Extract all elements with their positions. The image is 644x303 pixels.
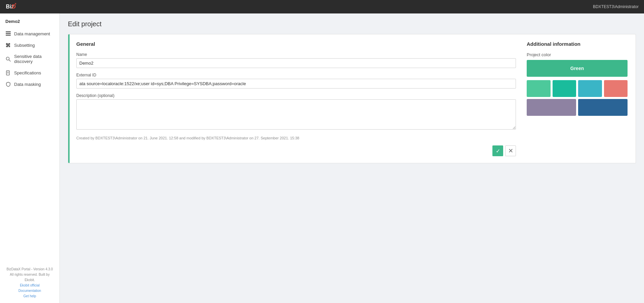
sidebar-item-data-masking[interactable]: Data masking: [0, 78, 59, 90]
external-id-group: External ID: [76, 73, 516, 89]
general-section-title: General: [76, 41, 516, 47]
sidebar-label-data-masking: Data masking: [14, 82, 41, 87]
additional-info-title: Additional information: [527, 41, 628, 47]
color-label: Project color: [527, 52, 628, 57]
name-label: Name: [76, 52, 516, 57]
book-icon: [5, 70, 11, 75]
name-group: Name: [76, 52, 516, 68]
svg-rect-4: [6, 33, 11, 34]
brand-logo: Biz D ×: [5, 1, 16, 12]
content-area: Edit project General Name External ID: [60, 13, 644, 303]
project-name: Demo2: [0, 16, 59, 28]
edit-sidebar: Additional information Project color Gre…: [527, 41, 628, 116]
sidebar-label-subsetting: Subsetting: [14, 43, 35, 48]
navbar-user: BDXTEST3\Administrator: [593, 4, 639, 9]
description-group: Description (optional): [76, 93, 516, 131]
external-id-label: External ID: [76, 73, 516, 77]
sidebar-footer: BizDataX Portal - Version 4.3.0 All righ…: [0, 263, 59, 303]
edit-main: General Name External ID Description (op…: [76, 41, 516, 156]
sidebar: Demo2 Data management Subsetting Sensiti…: [0, 13, 60, 303]
action-buttons: ✓ ✕: [76, 145, 516, 156]
description-label: Description (optional): [76, 93, 516, 98]
external-id-input[interactable]: [76, 79, 516, 89]
svg-line-7: [9, 60, 10, 61]
sidebar-label-specifications: Specifications: [14, 70, 41, 75]
selected-color-label: Green: [570, 66, 584, 71]
color-swatch-salmon[interactable]: [604, 80, 628, 97]
color-swatch-dark-teal[interactable]: [578, 99, 628, 116]
get-help-link[interactable]: Get help: [5, 294, 54, 299]
ekobit-official-link[interactable]: Ekobit official: [5, 283, 54, 288]
bizdata-logo-icon: Biz D ×: [5, 1, 16, 12]
meta-text: Created by BDXTEST3\Administrator on 21.…: [76, 136, 516, 140]
color-swatch-green-light[interactable]: [527, 80, 551, 97]
color-swatch-teal[interactable]: [553, 80, 576, 97]
page-title: Edit project: [68, 20, 636, 28]
rights-text: All rights reserved. Built by Ekobit.: [10, 273, 49, 282]
puzzle-icon: [5, 42, 11, 48]
name-input[interactable]: [76, 58, 516, 68]
shield-icon: [5, 81, 11, 87]
color-grid-row2: [527, 99, 628, 116]
documentation-link[interactable]: Documentation: [5, 288, 54, 294]
description-textarea[interactable]: [76, 99, 516, 130]
svg-text:×: ×: [14, 2, 16, 6]
cancel-icon: ✕: [508, 147, 513, 155]
sidebar-item-data-management[interactable]: Data management: [0, 28, 59, 39]
checkmark-icon: ✓: [496, 148, 500, 154]
sidebar-label-data-management: Data management: [14, 31, 50, 36]
confirm-button[interactable]: ✓: [492, 145, 503, 156]
sidebar-item-sensitive-data-discovery[interactable]: Sensitive data discovery: [0, 51, 59, 67]
color-swatch-cyan[interactable]: [578, 80, 602, 97]
svg-rect-3: [6, 31, 11, 32]
selected-color-swatch[interactable]: Green: [527, 60, 628, 77]
sidebar-label-sensitive-data-discovery: Sensitive data discovery: [14, 54, 54, 64]
version-text: BizDataX Portal - Version 4.3.0: [7, 267, 53, 271]
sidebar-item-specifications[interactable]: Specifications: [0, 67, 59, 78]
color-swatch-purple[interactable]: [527, 99, 576, 116]
search-icon: [5, 56, 11, 62]
navbar: Biz D × BDXTEST3\Administrator: [0, 0, 644, 13]
edit-card: General Name External ID Description (op…: [68, 34, 636, 163]
sidebar-item-subsetting[interactable]: Subsetting: [0, 39, 59, 51]
card-accent-bar: [68, 34, 70, 163]
color-grid-row1: [527, 80, 628, 97]
layers-icon: [5, 31, 11, 36]
cancel-button[interactable]: ✕: [505, 145, 516, 156]
edit-layout: General Name External ID Description (op…: [76, 41, 628, 156]
svg-rect-5: [6, 35, 11, 36]
